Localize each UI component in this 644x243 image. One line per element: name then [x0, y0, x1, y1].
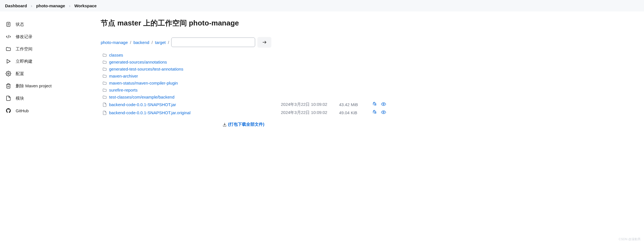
folder-link[interactable]: maven-status — [109, 81, 134, 85]
file-link[interactable]: backend-code-0.0.1-SNAPSHOT.jar — [109, 102, 176, 107]
download-icon — [222, 122, 227, 127]
folder-link[interactable]: com — [132, 95, 140, 99]
folder-name: test-classes/com/example/backend — [109, 95, 386, 99]
file-row: backend-code-0.0.1-SNAPSHOT.jar.original… — [101, 109, 386, 117]
svg-marker-5 — [7, 59, 10, 63]
fingerprint-icon[interactable] — [372, 102, 377, 108]
folder-link[interactable]: backend — [159, 95, 175, 99]
folder-name: maven-status/maven-compiler-plugin — [109, 81, 386, 85]
page-title: 节点 master 上的工作空间 photo-manage — [101, 18, 386, 28]
path-separator: / — [130, 40, 131, 45]
sidebar-item-label: 修改记录 — [16, 34, 32, 39]
breadcrumb: Dashboard › photo-manage › Workspace — [0, 0, 644, 11]
svg-point-10 — [383, 104, 384, 105]
folder-name: generated-sources/annotations — [109, 60, 386, 64]
svg-point-11 — [383, 112, 384, 113]
breadcrumb-item-workspace[interactable]: Workspace — [74, 3, 97, 8]
file-actions — [366, 102, 386, 108]
folder-row: test-classes/com/example/backend — [101, 94, 386, 101]
file-date: 2024年3月22日 10:09:02 — [281, 102, 337, 107]
folder-link[interactable]: maven-archiver — [109, 74, 138, 78]
svg-point-6 — [8, 73, 9, 74]
breadcrumb-item-dashboard[interactable]: Dashboard — [5, 3, 27, 8]
folder-link[interactable]: surefire-reports — [109, 88, 138, 92]
sidebar: 状态 修改记录 工作空间 立即构建 配置 — [0, 11, 90, 134]
folder-name: maven-archiver — [109, 74, 386, 78]
trash-icon — [6, 83, 11, 89]
sidebar-item-label: 状态 — [16, 22, 24, 27]
sidebar-item-label: 工作空间 — [16, 46, 32, 52]
sidebar-item-label: 立即构建 — [16, 59, 32, 64]
folder-name: classes — [109, 53, 386, 57]
main-content: 节点 master 上的工作空间 photo-manage photo-mana… — [90, 11, 397, 134]
sidebar-item-status[interactable]: 状态 — [0, 18, 90, 31]
folder-link[interactable]: generated-test-sources — [109, 67, 152, 71]
folder-row: maven-archiver — [101, 73, 386, 80]
folder-icon — [102, 53, 107, 57]
folder-icon — [6, 46, 11, 52]
folder-row: generated-test-sources/test-annotations — [101, 66, 386, 73]
github-icon — [6, 108, 11, 113]
download-all-link[interactable]: (打包下载全部文件) — [222, 122, 264, 127]
folder-name: surefire-reports — [109, 88, 386, 92]
sidebar-item-label: 删除 Maven project — [16, 83, 51, 89]
sidebar-item-delete-project[interactable]: 删除 Maven project — [0, 80, 90, 92]
arrow-right-icon — [262, 40, 267, 45]
gear-icon — [6, 71, 11, 76]
folder-row: generated-sources/annotations — [101, 59, 386, 66]
eye-icon[interactable] — [381, 102, 386, 108]
chevron-right-icon: › — [69, 3, 70, 8]
folder-icon — [102, 74, 107, 78]
sidebar-item-workspace[interactable]: 工作空间 — [0, 43, 90, 55]
sidebar-item-label: 模块 — [16, 96, 24, 101]
file-icon — [102, 102, 107, 107]
play-icon — [6, 59, 11, 64]
sidebar-item-modules[interactable]: 模块 — [0, 92, 90, 104]
file-name: backend-code-0.0.1-SNAPSHOT.jar — [109, 102, 279, 107]
breadcrumb-item-project[interactable]: photo-manage — [36, 3, 65, 8]
path-segment[interactable]: backend — [133, 40, 149, 45]
folder-name: generated-test-sources/test-annotations — [109, 67, 386, 71]
svg-line-4 — [8, 35, 9, 38]
path-navigator: photo-manage / backend / target / — [101, 37, 386, 48]
fingerprint-icon[interactable] — [372, 110, 377, 116]
chevron-right-icon: › — [31, 3, 32, 8]
folder-icon — [102, 95, 107, 99]
file-link[interactable]: backend-code-0.0.1-SNAPSHOT.jar.original — [109, 110, 191, 115]
file-icon — [102, 111, 107, 115]
folder-link[interactable]: classes — [109, 53, 123, 57]
folder-row: classes — [101, 52, 386, 59]
file-icon — [6, 95, 11, 101]
sidebar-item-configure[interactable]: 配置 — [0, 67, 90, 80]
folder-link[interactable]: test-annotations — [153, 67, 183, 71]
go-button[interactable] — [257, 37, 271, 48]
code-icon — [6, 34, 11, 39]
folder-link[interactable]: test-classes — [109, 95, 131, 99]
folder-link[interactable]: maven-compiler-plugin — [135, 81, 178, 85]
download-all-label: (打包下载全部文件) — [228, 122, 264, 127]
file-list: classesgenerated-sources/annotationsgene… — [101, 52, 386, 117]
folder-link[interactable]: example — [142, 95, 158, 99]
download-all-row: (打包下载全部文件) — [101, 122, 386, 128]
sidebar-item-label: 配置 — [16, 71, 24, 76]
folder-link[interactable]: annotations — [145, 60, 167, 64]
document-icon — [6, 22, 11, 27]
folder-icon — [102, 81, 107, 85]
folder-icon — [102, 88, 107, 92]
path-segment[interactable]: photo-manage — [101, 40, 128, 45]
path-segment[interactable]: target — [155, 40, 166, 45]
file-row: backend-code-0.0.1-SNAPSHOT.jar2024年3月22… — [101, 101, 386, 109]
folder-row: surefire-reports — [101, 87, 386, 94]
eye-icon[interactable] — [381, 110, 386, 116]
file-actions — [366, 110, 386, 116]
sidebar-item-changes[interactable]: 修改记录 — [0, 31, 90, 43]
sidebar-item-label: GitHub — [16, 108, 29, 113]
file-size: 49.04 KiB — [339, 110, 364, 115]
folder-icon — [102, 67, 107, 71]
path-input[interactable] — [171, 38, 255, 47]
sidebar-item-build-now[interactable]: 立即构建 — [0, 55, 90, 67]
folder-link[interactable]: generated-sources — [109, 60, 144, 64]
folder-icon — [102, 60, 107, 64]
sidebar-item-github[interactable]: GitHub — [0, 104, 90, 117]
file-name: backend-code-0.0.1-SNAPSHOT.jar.original — [109, 110, 279, 115]
